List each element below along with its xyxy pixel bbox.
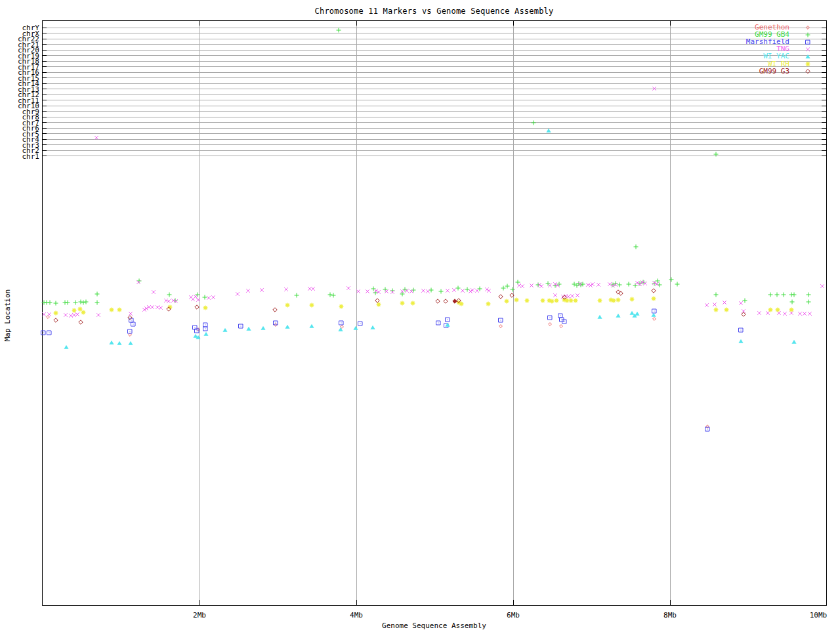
series-marshfield-points [41, 309, 743, 431]
series-genethon-points [47, 316, 709, 429]
series-gm99_g3-filled-points [453, 299, 457, 303]
series-gm99_g3-points [54, 289, 746, 324]
gridlines [43, 21, 826, 604]
series-wi_yac [64, 129, 796, 349]
series-genethon [47, 316, 709, 429]
legend-marker-wi_rh [806, 62, 810, 66]
axes [42, 20, 826, 605]
legend-marker-marshfield [806, 40, 810, 44]
series-marshfield [41, 309, 743, 431]
series-gm99_g3 [54, 289, 746, 324]
legend-marker-tng [806, 48, 810, 52]
series-tng [42, 87, 824, 318]
series-tng-points [42, 87, 824, 318]
scatter-plot [0, 0, 840, 630]
chart-canvas: Chromosome 11 Markers vs Genome Sequence… [0, 0, 840, 630]
series-gm99_gb4 [42, 28, 811, 306]
legend-marker-gm99_g3 [806, 69, 810, 73]
series-gm99_gb4-points [42, 28, 811, 306]
series-wi_yac-points [64, 129, 796, 349]
